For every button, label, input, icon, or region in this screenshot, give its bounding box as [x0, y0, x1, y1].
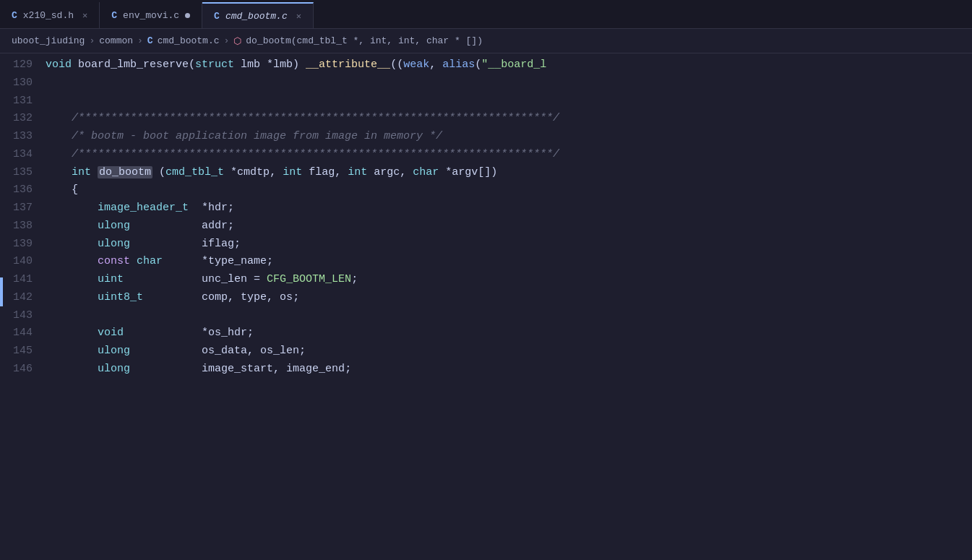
breadcrumb-folder[interactable]: common	[99, 35, 133, 46]
code-line-135: int do_bootm (cmd_tbl_t *cmdtp, int flag…	[46, 164, 972, 182]
breadcrumb-sep-1: ›	[89, 35, 95, 46]
breadcrumb-sep-3: ›	[224, 35, 230, 46]
ln-139: 139	[0, 236, 33, 254]
c-file-icon-2: C	[111, 10, 117, 21]
code-line-137: image_header_t *hdr;	[46, 199, 972, 217]
tab-cmd-bootm[interactable]: C cmd_bootm.c ✕	[202, 2, 314, 28]
breadcrumb-sep-2: ›	[137, 35, 143, 46]
code-line-143	[46, 307, 972, 325]
breadcrumb: uboot_jiuding › common › C cmd_bootm.c ›…	[0, 29, 972, 53]
ln-143: 143	[0, 307, 33, 325]
code-line-130	[46, 74, 972, 92]
code-content[interactable]: void board_lmb_reserve(struct lmb *lmb) …	[40, 53, 972, 560]
ln-129: 129	[0, 56, 33, 74]
ln-144: 144	[0, 324, 33, 343]
ln-132: 132	[0, 110, 33, 128]
ln-135: 135	[0, 164, 33, 182]
ln-142: 142	[0, 289, 33, 307]
ln-131: 131	[0, 92, 33, 111]
breadcrumb-symbol[interactable]: do_bootm(cmd_tbl_t *, int, int, char * […	[246, 35, 483, 46]
tab-close-x210[interactable]: ✕	[82, 10, 87, 21]
breadcrumb-file[interactable]: cmd_bootm.c	[158, 35, 220, 46]
c-file-icon-3: C	[214, 11, 220, 22]
code-line-138: ulong addr;	[46, 217, 972, 236]
tab-close-cmd-bootm[interactable]: ✕	[296, 11, 301, 22]
line-numbers: 129 130 131 132 133 134 135 136 137 138 …	[0, 53, 40, 560]
code-line-140: const char *type_name;	[46, 253, 972, 271]
code-line-139: ulong iflag;	[46, 236, 972, 254]
ln-140: 140	[0, 253, 33, 271]
tab-bar: C x210_sd.h ✕ C env_movi.c C cmd_bootm.c…	[0, 0, 972, 29]
c-file-icon: C	[12, 10, 17, 21]
code-line-131	[46, 92, 972, 111]
modified-dot	[185, 13, 190, 18]
code-line-145: ulong os_data, os_len;	[46, 343, 972, 361]
code-line-136: {	[46, 181, 972, 199]
code-line-142: uint8_t comp, type, os;	[46, 289, 972, 307]
code-line-134: /***************************************…	[46, 146, 972, 164]
breadcrumb-project[interactable]: uboot_jiuding	[12, 35, 85, 46]
code-line-146: ulong image_start, image_end;	[46, 361, 972, 379]
code-line-144: void *os_hdr;	[46, 324, 972, 343]
code-line-129: void board_lmb_reserve(struct lmb *lmb) …	[46, 56, 972, 74]
ln-134: 134	[0, 146, 33, 164]
ln-136: 136	[0, 181, 33, 199]
breadcrumb-symbol-icon: ⬡	[233, 35, 241, 47]
ln-145: 145	[0, 343, 33, 361]
ln-133: 133	[0, 128, 33, 146]
code-line-132: /***************************************…	[46, 110, 972, 128]
ln-138: 138	[0, 217, 33, 236]
code-editor: 129 130 131 132 133 134 135 136 137 138 …	[0, 53, 972, 560]
left-accent-bar	[0, 277, 3, 306]
tab-env-movi[interactable]: C env_movi.c	[100, 2, 202, 28]
ln-130: 130	[0, 74, 33, 92]
breadcrumb-file-icon: C	[147, 35, 153, 46]
ln-146: 146	[0, 361, 33, 379]
code-line-141: uint unc_len = CFG_BOOTM_LEN;	[46, 271, 972, 289]
tab-x210-sd[interactable]: C x210_sd.h ✕	[0, 2, 100, 28]
ln-141: 141	[0, 271, 33, 289]
code-line-133: /* bootm - boot application image from i…	[46, 128, 972, 146]
ln-137: 137	[0, 199, 33, 217]
